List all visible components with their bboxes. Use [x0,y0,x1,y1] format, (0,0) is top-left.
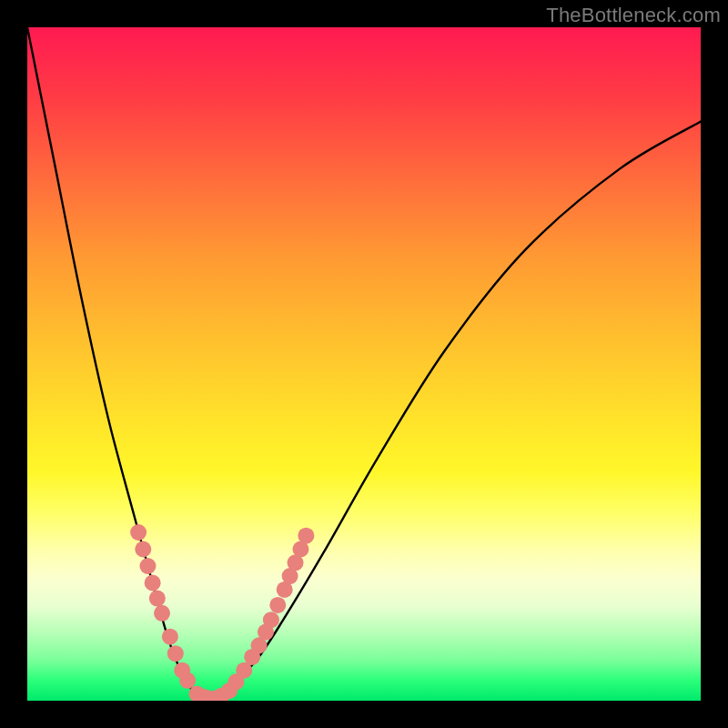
marker-dot [167,645,184,662]
marker-dot [179,672,196,689]
marker-dot [263,612,279,628]
bottleneck-curve-path [27,27,701,701]
marker-dot [162,629,178,645]
marker-dot [139,558,156,574]
marker-dot [135,541,151,558]
chart-frame: TheBottleneck.com [0,0,728,728]
bottleneck-curve-svg [27,27,701,701]
plot-area [27,27,701,701]
marker-dot [130,524,147,541]
watermark-text: TheBottleneck.com [546,4,721,27]
marker-dot [145,575,161,592]
marker-dot [149,591,166,607]
marker-dot [269,597,286,613]
marker-dot [154,605,170,622]
marker-dot [298,528,314,544]
